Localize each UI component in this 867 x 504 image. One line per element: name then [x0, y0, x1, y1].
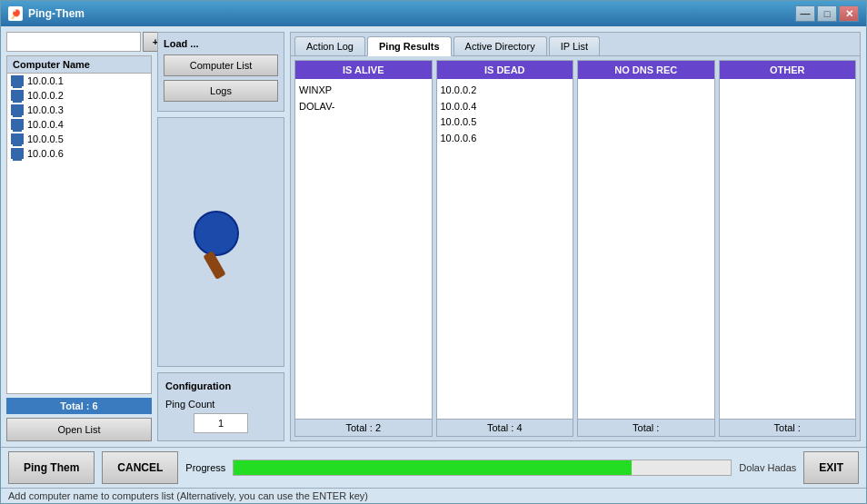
computer-icon	[11, 90, 24, 101]
logs-button[interactable]: Logs	[164, 80, 278, 102]
window-title: Ping-Them	[28, 7, 85, 20]
result-body: 10.0.0.210.0.0.410.0.0.510.0.0.6	[437, 79, 573, 419]
computer-name-input[interactable]	[6, 32, 141, 52]
ping-count-input[interactable]	[194, 413, 248, 433]
progress-bar-fill	[234, 460, 632, 475]
title-controls: — □ ✕	[795, 5, 859, 22]
result-column-no-dns-rec: NO DNS RECTotal :	[577, 60, 715, 437]
computer-icon	[11, 104, 24, 115]
result-column-other: OTHERTotal :	[719, 60, 857, 437]
progress-label: Progress	[185, 462, 225, 473]
config-title: Configuration	[165, 380, 276, 391]
list-item[interactable]: 10.0.0.3	[7, 103, 151, 117]
progress-bar-container	[233, 460, 732, 476]
close-button[interactable]: ✕	[839, 5, 859, 22]
tabs-bar: Action LogPing ResultsActive DirectoryIP…	[291, 33, 860, 56]
list-item[interactable]: 10.0.0.6	[7, 146, 151, 161]
load-title: Load ...	[164, 38, 278, 49]
result-item: 10.0.0.6	[441, 131, 570, 147]
total-bar: Total : 6	[6, 398, 152, 414]
computer-list: 10.0.0.110.0.0.210.0.0.310.0.0.410.0.0.5…	[7, 74, 151, 161]
result-header: OTHER	[720, 61, 856, 79]
tab-ip-list[interactable]: IP List	[549, 36, 600, 55]
content-area: + Cls - Computer Name 10.0.0.110.0.0.210…	[1, 26, 866, 447]
tabs-container: Action LogPing ResultsActive DirectoryIP…	[294, 36, 600, 55]
result-footer: Total :	[720, 419, 856, 436]
computer-list-button[interactable]: Computer List	[164, 54, 278, 76]
result-footer: Total : 4	[437, 419, 573, 436]
ping-them-button[interactable]: Ping Them	[8, 451, 95, 484]
result-footer: Total :	[578, 419, 714, 436]
result-item: 10.0.0.5	[441, 114, 570, 131]
result-item: 10.0.0.4	[441, 99, 570, 115]
computer-icon	[11, 133, 24, 144]
result-header: IS ALIVE	[295, 61, 432, 79]
paddle-graphic	[189, 211, 253, 274]
results-grid: IS ALIVEWINXPDOLAV-Total : 2IS DEAD10.0.…	[291, 56, 860, 440]
bottom-bar: Ping Them CANCEL Progress Dolav Hadas EX…	[1, 447, 866, 488]
computer-icon	[11, 119, 24, 130]
result-column-is-alive: IS ALIVEWINXPDOLAV-Total : 2	[294, 60, 433, 437]
minimize-button[interactable]: —	[795, 5, 815, 22]
result-footer: Total : 2	[295, 419, 432, 436]
list-item[interactable]: 10.0.0.5	[7, 132, 151, 146]
result-column-is-dead: IS DEAD10.0.0.210.0.0.410.0.0.510.0.0.6T…	[436, 60, 574, 437]
tab-active-directory[interactable]: Active Directory	[453, 36, 547, 55]
result-item: DOLAV-	[299, 99, 428, 115]
status-bar: Add computer name to computers list (Alt…	[1, 488, 866, 503]
list-item[interactable]: 10.0.0.1	[7, 74, 151, 88]
left-panel: + Cls - Computer Name 10.0.0.110.0.0.210…	[6, 32, 152, 441]
result-item: 10.0.0.2	[441, 83, 570, 99]
app-icon: 🏓	[8, 6, 23, 21]
result-body	[578, 79, 714, 419]
result-item: WINXP	[299, 83, 428, 99]
list-item[interactable]: 10.0.0.2	[7, 88, 151, 103]
list-item[interactable]: 10.0.0.4	[7, 117, 151, 132]
ping-pong-area	[157, 117, 284, 367]
load-section: Load ... Computer List Logs	[157, 32, 284, 112]
exit-button[interactable]: EXIT	[803, 451, 859, 484]
computer-icon	[11, 75, 24, 86]
ping-count-label: Ping Count	[165, 399, 276, 410]
cancel-button[interactable]: CANCEL	[102, 451, 178, 484]
status-message: Add computer name to computers list (Alt…	[8, 490, 368, 501]
result-body	[720, 79, 856, 419]
computer-icon	[11, 148, 24, 159]
computer-list-panel: Computer Name 10.0.0.110.0.0.210.0.0.310…	[6, 55, 152, 394]
tab-action-log[interactable]: Action Log	[294, 36, 365, 55]
add-computer-row: + Cls -	[6, 32, 152, 52]
result-body: WINXPDOLAV-	[295, 79, 432, 419]
credit-text: Dolav Hadas	[739, 462, 796, 473]
paddle-head	[194, 211, 239, 256]
progress-section: Progress	[185, 460, 732, 476]
tab-ping-results[interactable]: Ping Results	[367, 36, 452, 56]
main-window: 🏓 Ping-Them — □ ✕ + Cls - Computer Name …	[0, 0, 867, 504]
maximize-button[interactable]: □	[817, 5, 837, 22]
title-bar-left: 🏓 Ping-Them	[8, 6, 85, 21]
title-bar: 🏓 Ping-Them — □ ✕	[1, 1, 866, 26]
computer-list-header: Computer Name	[7, 56, 151, 74]
result-header: IS DEAD	[437, 61, 573, 79]
middle-panel: Load ... Computer List Logs Configuratio…	[157, 32, 284, 441]
result-header: NO DNS REC	[578, 61, 714, 79]
right-panel: Action LogPing ResultsActive DirectoryIP…	[290, 32, 861, 441]
open-list-button[interactable]: Open List	[6, 418, 152, 441]
config-section: Configuration Ping Count	[157, 372, 284, 441]
